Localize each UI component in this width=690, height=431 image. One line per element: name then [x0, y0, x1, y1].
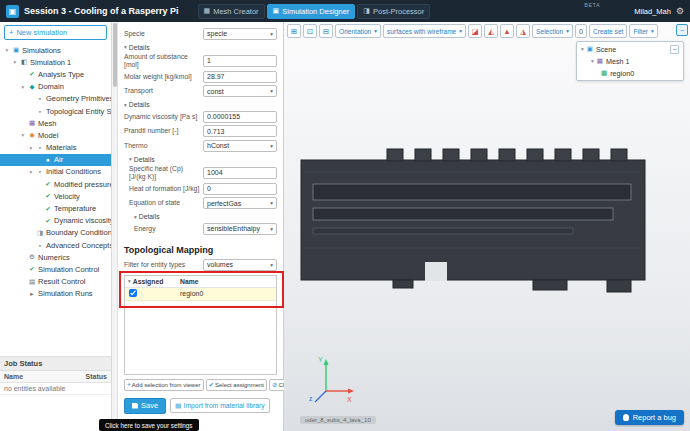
hide-selection-button[interactable]: ◮ — [516, 24, 530, 38]
report-bug-button[interactable]: Report a bug — [615, 410, 684, 425]
render-mode-dropdown[interactable]: surfaces with wireframe ▾ — [383, 24, 466, 38]
tree-item[interactable]: Simulation Runs — [0, 288, 111, 300]
tree-item[interactable]: Dynamic viscosity — [0, 215, 111, 227]
field-input-box[interactable] — [207, 57, 273, 64]
field-input-box[interactable] — [207, 169, 273, 176]
chevron-down-icon: ▾ — [270, 88, 273, 94]
tree-item[interactable]: Topological Entity Sets — [0, 105, 111, 117]
collapse-panel-button[interactable]: − — [670, 45, 679, 54]
tree-item[interactable]: Boundary Conditions — [0, 227, 111, 239]
details-header[interactable]: ▾ Details — [134, 213, 277, 220]
measure-button[interactable]: ◭ — [484, 24, 498, 38]
field-input[interactable] — [203, 55, 277, 67]
viewer-toolbar: ⊞ ⊡ ⊟ Orientation ▾ surfaces with wirefr… — [287, 24, 658, 38]
field-input[interactable] — [203, 111, 277, 123]
tree-item[interactable]: Geometry Primitives — [0, 93, 111, 105]
viewport-3d[interactable]: ⊞ ⊡ ⊟ Orientation ▾ surfaces with wirefr… — [284, 22, 690, 431]
entity-filter-select[interactable]: volumes ▾ — [203, 259, 277, 271]
tree-item[interactable]: Simulation Control — [0, 263, 111, 275]
specie-select[interactable]: specie ▾ — [203, 28, 277, 40]
mode-tab[interactable]: Post-Processor — [357, 4, 430, 19]
energy-select[interactable]: sensibleEnthalpy ▾ — [203, 223, 277, 235]
assignment-checkbox[interactable] — [129, 289, 137, 297]
tree-item[interactable]: Temperature — [0, 202, 111, 214]
beta-badge: BETA — [584, 2, 600, 8]
expander-icon[interactable]: ▾ — [28, 145, 34, 151]
expander-icon[interactable]: ▾ — [28, 169, 34, 175]
tree-item[interactable]: Advanced Concepts — [0, 239, 111, 251]
chevron-down-icon: ▾ — [591, 58, 594, 64]
tree-item[interactable]: ▾ Simulation 1 — [0, 56, 111, 68]
job-status-col-status: Status — [82, 371, 111, 382]
create-set-button[interactable]: Create set — [589, 24, 627, 38]
plus-icon: + — [127, 381, 131, 388]
expander-icon[interactable]: ▾ — [12, 59, 18, 65]
mode-tab[interactable]: Mesh Creator — [198, 4, 265, 19]
details-header[interactable]: ▾ Details — [124, 44, 277, 51]
field-input-box[interactable] — [207, 113, 273, 120]
settings-gear-icon[interactable]: ⚙ — [676, 6, 684, 16]
equation-of-state-select[interactable]: perfectGas ▾ — [203, 197, 277, 209]
expander-icon[interactable]: ▾ — [20, 84, 26, 90]
axis-gizmo[interactable]: Y X z — [308, 355, 356, 409]
expander-icon[interactable]: ▾ — [20, 132, 26, 138]
field-input-box[interactable] — [207, 73, 273, 80]
scene-tree-mesh[interactable]: ▾ ▦ Mesh 1 — [577, 55, 683, 67]
zoom-window-button[interactable]: ⊡ — [303, 24, 317, 38]
tree-item[interactable]: ▾ Simulations — [0, 44, 111, 56]
panel-toggle-button[interactable]: − — [676, 24, 688, 36]
chevron-down-icon: ▾ — [134, 214, 137, 220]
chevron-down-icon: ▾ — [651, 28, 654, 34]
tree-item[interactable]: Numerics — [0, 251, 111, 263]
field-input[interactable] — [203, 167, 277, 179]
filter-dropdown[interactable]: Filter ▾ — [629, 24, 657, 38]
tree-item-label: Numerics — [38, 253, 70, 262]
save-button[interactable]: Save — [124, 398, 166, 414]
field-input-box[interactable] — [207, 185, 273, 192]
transport-select[interactable]: const ▾ — [203, 85, 277, 97]
tree-item[interactable]: Analysis Type — [0, 68, 111, 80]
equation-of-state-label: Equation of state — [129, 199, 203, 207]
tree-item[interactable]: ▾ Model — [0, 129, 111, 141]
field-input-box[interactable] — [207, 128, 273, 135]
tree-item[interactable]: Mesh — [0, 117, 111, 129]
tree-item[interactable]: Air — [0, 154, 111, 166]
orientation-dropdown[interactable]: Orientation ▾ — [335, 24, 381, 38]
scene-tree-region[interactable]: ▩ region0 — [577, 67, 683, 79]
tree-item[interactable]: ▾ Initial Conditions — [0, 166, 111, 178]
thermo-select[interactable]: hConst ▾ — [203, 140, 277, 152]
library-icon: ▤ — [175, 402, 181, 410]
tree-item[interactable]: ▾ Domain — [0, 81, 111, 93]
zoom-fit-button[interactable]: ⊞ — [287, 24, 301, 38]
selection-dropdown[interactable]: Selection ▾ — [532, 24, 573, 38]
select-assignment-button[interactable]: ✔ Select assignment — [206, 379, 267, 391]
expander-icon[interactable]: ▾ — [4, 47, 10, 53]
details-header[interactable]: ▾ Details — [129, 156, 277, 163]
annotate-button[interactable]: ▲ — [500, 24, 514, 38]
new-simulation-button[interactable]: + New simulation — [4, 25, 107, 40]
add-selection-button[interactable]: + Add selection from viewer — [124, 379, 204, 391]
field-input[interactable] — [203, 183, 277, 195]
tree-item-label: Simulation Runs — [38, 289, 93, 298]
tree-item[interactable]: Velocity — [0, 190, 111, 202]
zoom-reset-button[interactable]: ⊟ — [319, 24, 333, 38]
field-input[interactable] — [203, 71, 277, 83]
tab-icon — [363, 7, 370, 15]
property-field: Amount of substance [mol] — [124, 53, 277, 68]
tree-item[interactable]: Result Control — [0, 276, 111, 288]
tree-item-label: Initial Conditions — [46, 167, 101, 176]
clip-plane-button[interactable]: ◪ — [468, 24, 482, 38]
chevron-down-icon: ▾ — [270, 226, 273, 232]
mode-tab[interactable]: Simulation Designer — [267, 4, 356, 19]
app-logo-icon[interactable]: ▣ — [6, 5, 19, 18]
scrollbar-thumb[interactable] — [113, 23, 117, 87]
details-header[interactable]: ▾ Details — [124, 101, 277, 108]
tree-item[interactable]: Modified pressure — [0, 178, 111, 190]
assignment-row[interactable]: region0 — [125, 288, 276, 301]
tree-item[interactable]: ▾ Materials — [0, 142, 111, 154]
user-name[interactable]: Milad_Mah — [634, 7, 671, 16]
scene-tree-root[interactable]: ▾ ▣ Scene − — [577, 43, 683, 55]
job-status-header: Name Status — [0, 371, 111, 383]
import-material-button[interactable]: ▤ Import from material library — [170, 398, 270, 413]
field-input[interactable] — [203, 125, 277, 137]
